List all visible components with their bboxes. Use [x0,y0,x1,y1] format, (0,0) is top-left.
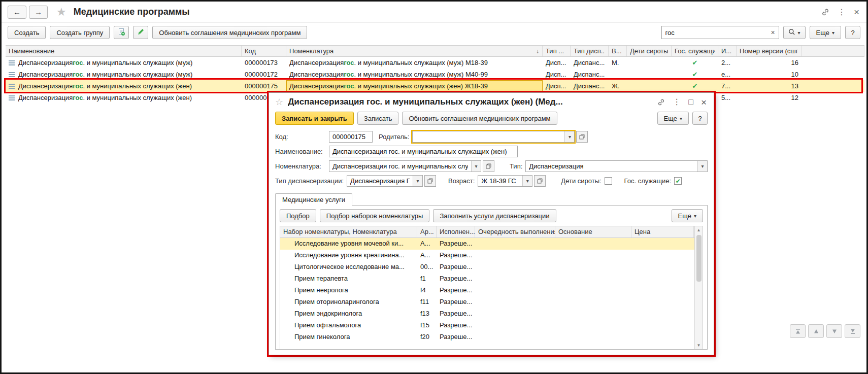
disp-type-input[interactable] [347,176,413,186]
column-header-type[interactable]: Тип ... [543,46,571,56]
favorite-star-icon[interactable]: ★ [56,6,66,19]
create-button[interactable]: Создать [8,26,46,39]
save-button[interactable]: Записать [357,112,399,125]
update-agreements-button[interactable]: Обновить соглашения медицинских программ [402,112,557,125]
service-row[interactable]: Прием оториноларинголога f11 Разреше... [280,296,703,308]
cell-service-name: Прием терапевта [280,273,417,285]
column-header-basis[interactable]: Основание [555,226,631,237]
column-header-name[interactable]: Наименование [6,46,242,56]
favorite-star-outline-icon[interactable]: ☆ [275,96,283,108]
help-button[interactable]: ? [692,112,708,125]
age-combo[interactable]: ▾ [478,175,532,187]
back-button[interactable]: ← [8,6,26,19]
chevron-down-icon[interactable]: ▾ [413,176,422,186]
cell-name: Диспансеризация гос. и муниципальных слу… [6,57,242,69]
gov-checkbox-checked[interactable]: ✔ [674,177,682,185]
scrollbar-thumb[interactable] [696,235,702,282]
search-clear-icon[interactable]: × [767,28,779,37]
vertical-scrollbar[interactable]: ▲ ▼ [694,226,703,349]
nomenclature-input[interactable] [329,161,471,172]
kebab-menu-icon[interactable]: ⋮ [673,98,681,106]
move-to-bottom-button[interactable] [845,324,860,338]
move-down-button[interactable] [826,324,842,338]
orphans-checkbox[interactable] [605,177,612,185]
column-header-price[interactable]: Цена [631,226,694,237]
cell-ar: f1 [417,273,437,285]
get-link-icon[interactable] [657,98,665,106]
table-row-selected[interactable]: Диспансеризация гос. и муниципальных слу… [6,80,864,92]
column-header-i[interactable]: И... [718,46,737,56]
kebab-menu-icon[interactable]: ⋮ [838,8,846,16]
chevron-down-icon[interactable]: ▾ [522,176,532,186]
open-parent-button[interactable] [576,131,588,143]
help-button[interactable]: ? [845,26,860,39]
titlebar-actions: ⋮ × [821,7,859,17]
close-icon[interactable]: × [701,97,707,107]
service-row[interactable]: Цитологическое исследование ма... 00... … [280,261,703,273]
catalog-item-icon [9,84,15,89]
chevron-down-icon[interactable]: ▾ [697,161,707,172]
column-header-set[interactable]: Набор номенклатуры, Номенклатура [280,226,417,237]
service-row[interactable]: Прием невролога f4 Разреше... [280,285,703,296]
service-row[interactable]: Прием гинеколога f20 Разреше... [280,331,703,343]
open-nomenclature-button[interactable] [483,160,494,172]
column-header-gov[interactable]: Гос. служащие [672,46,718,56]
code-field[interactable] [329,131,373,143]
service-row[interactable]: Прием терапевта f1 Разреше... [280,273,703,285]
open-age-button[interactable] [534,175,546,187]
more-button[interactable]: Еще▾ [657,112,689,125]
table-row[interactable]: Диспансеризация гос. и муниципальных слу… [6,57,864,69]
maximize-icon[interactable]: □ [688,98,693,106]
search-button[interactable]: ▾ [783,26,806,39]
chevron-down-icon[interactable]: ▾ [564,131,574,142]
forward-button[interactable]: → [29,6,48,19]
move-to-top-button[interactable] [790,324,806,338]
service-row[interactable]: Прием офтальмолога f15 Разреше... [280,320,703,331]
column-header-orphans[interactable]: Дети сироты [627,46,672,56]
nomenclature-combo[interactable]: ▾ [329,160,481,172]
age-input[interactable] [478,176,522,186]
table-row[interactable]: Диспансеризация гос. и муниципальных слу… [6,69,864,80]
copy-item-button[interactable] [114,26,129,39]
copy-document-icon [117,28,125,38]
dialog-title-actions: ⋮ □ × [657,97,707,107]
update-agreements-button[interactable]: Обновить соглашения медицинских программ [152,26,307,39]
column-header-exec[interactable]: Исполнен... [437,226,475,237]
save-and-close-button[interactable]: Записать и закрыть [275,112,354,125]
more-button[interactable]: Еще▾ [672,209,703,222]
search-input[interactable] [662,29,767,37]
column-header-order[interactable]: Очередность выполнения [475,226,555,237]
open-disp-type-button[interactable] [424,175,436,187]
column-header-version[interactable]: Номер версии (сшп) [737,46,802,56]
move-up-button[interactable] [808,324,824,338]
service-row[interactable]: Прием эндокринолога f13 Разреше... [280,308,703,320]
cell-name: Диспансеризация гос. и муниципальных слу… [6,92,242,104]
type-combo[interactable]: ▾ [525,160,708,172]
scroll-down-icon[interactable]: ▼ [695,342,703,349]
column-header-nomenclature[interactable]: Номенклатура↓ [286,46,543,56]
edit-item-button[interactable] [133,26,148,39]
fill-services-button[interactable]: Заполнить услуги диспансеризации [433,209,556,222]
disp-type-combo[interactable]: ▾ [347,175,423,187]
pick-button[interactable]: Подбор [280,209,316,222]
column-header-ar[interactable]: Ар... [417,226,437,237]
pick-sets-button[interactable]: Подбор наборов номенклатуры [320,209,430,222]
parent-input[interactable] [413,131,564,142]
service-row-selected[interactable]: Исследование уровня мочевой ки... А... Р… [280,238,703,250]
scroll-up-icon[interactable]: ▲ [695,226,703,234]
get-link-icon[interactable] [821,8,829,16]
cell-basis [555,331,631,343]
column-header-disp-type[interactable]: Тип дисп... [571,46,609,56]
column-header-code[interactable]: Код [242,46,286,56]
parent-combo[interactable]: ▾ [412,131,575,143]
close-icon[interactable]: × [854,7,859,17]
service-row[interactable]: Исследование уровня креатинина... А... Р… [280,250,703,261]
chevron-down-icon[interactable]: ▾ [471,161,481,172]
tab-medical-services[interactable]: Медицинские услуги [275,193,352,206]
cell-service-name: Исследование уровня креатинина... [280,250,417,261]
create-group-button[interactable]: Создать группу [50,26,110,39]
name-field[interactable] [329,146,518,157]
type-input[interactable] [526,161,697,172]
more-button[interactable]: Еще▾ [810,26,841,39]
column-header-age[interactable]: В... [609,46,627,56]
